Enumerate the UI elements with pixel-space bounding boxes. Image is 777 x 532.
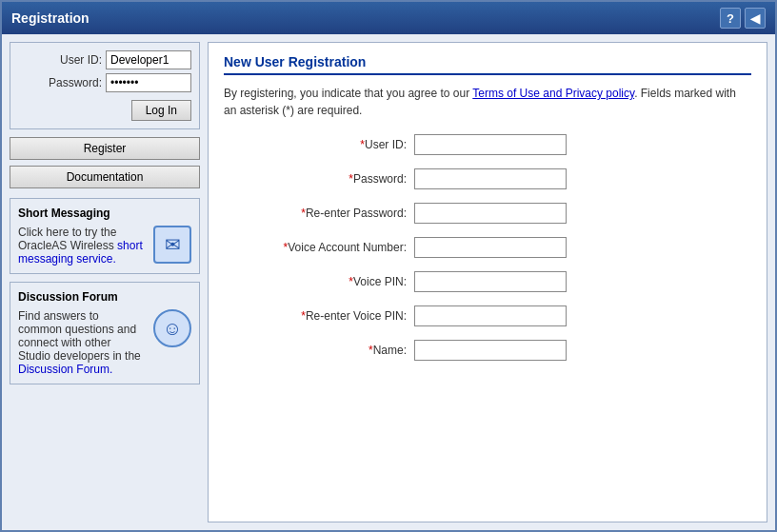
side-buttons: Register Documentation	[10, 137, 200, 190]
userid-field-label: *User ID:	[224, 138, 414, 151]
reg-desc-before: By registering, you indicate that you ag…	[224, 87, 472, 100]
reenter-password-field-row: *Re-enter Password:	[224, 203, 751, 224]
reg-password-input[interactable]	[414, 168, 567, 189]
reg-name-input[interactable]	[414, 340, 567, 361]
voice-account-field-row: *Voice Account Number:	[224, 237, 751, 258]
discussion-forum-title: Discussion Forum	[18, 290, 191, 304]
userid-field-row: *User ID:	[224, 134, 751, 155]
login-btn-row: Log In	[18, 100, 191, 121]
short-messaging-content: Click here to try the OracleAS Wireless …	[18, 226, 191, 266]
reg-repassword-input[interactable]	[414, 203, 567, 224]
name-field-label: *Name:	[224, 344, 414, 357]
forum-icon-symbol: ☺	[163, 318, 182, 340]
password-field-label: *Password:	[224, 172, 414, 186]
discussion-forum-text: Find answers to common questions and con…	[18, 309, 146, 376]
voice-pin-field-row: *Voice PIN:	[224, 271, 751, 292]
terms-link[interactable]: Terms of Use and Privacy policy	[472, 87, 634, 100]
login-box: User ID: Password: Log In	[10, 42, 200, 129]
userid-input[interactable]	[106, 50, 191, 69]
reenter-voice-pin-field-label: *Re-enter Voice PIN:	[224, 309, 414, 323]
help-icon[interactable]: ?	[720, 8, 741, 29]
discussion-forum-content: Find answers to common questions and con…	[18, 309, 191, 376]
registration-description: By registering, you indicate that you ag…	[224, 85, 751, 119]
password-input[interactable]	[106, 73, 191, 92]
registration-title: New User Registration	[224, 54, 751, 75]
discussion-forum-link[interactable]: Discussion Forum.	[18, 363, 112, 376]
documentation-button[interactable]: Documentation	[10, 166, 200, 188]
short-messaging-before: Click here to try the OracleAS Wireless	[18, 226, 117, 252]
discussion-forum-box: Discussion Forum Find answers to common …	[10, 282, 200, 384]
reg-voice-pin-input[interactable]	[414, 271, 567, 292]
reg-userid-input[interactable]	[414, 134, 567, 155]
content-area: User ID: Password: Log In Register Docum…	[2, 34, 775, 530]
title-bar: Registration ? ◀	[2, 2, 775, 34]
short-messaging-text: Click here to try the OracleAS Wireless …	[18, 226, 146, 266]
wireless-icon[interactable]: ✉	[153, 226, 191, 264]
main-window: Registration ? ◀ User ID: Password: Log …	[0, 0, 777, 532]
voice-account-field-label: *Voice Account Number:	[224, 241, 414, 254]
register-button[interactable]: Register	[10, 137, 200, 160]
title-bar-icons: ? ◀	[720, 8, 766, 29]
right-panel: New User Registration By registering, yo…	[208, 42, 767, 522]
userid-label: User ID:	[60, 53, 102, 67]
wireless-icon-symbol: ✉	[165, 233, 181, 256]
password-row: Password:	[18, 73, 191, 92]
forum-icon[interactable]: ☺	[153, 309, 191, 347]
short-messaging-title: Short Messaging	[18, 207, 191, 220]
password-field-row: *Password:	[224, 168, 751, 189]
voice-pin-field-label: *Voice PIN:	[224, 275, 414, 288]
reg-voice-account-input[interactable]	[414, 237, 567, 258]
reenter-voice-pin-field-row: *Re-enter Voice PIN:	[224, 305, 751, 326]
close-icon[interactable]: ◀	[745, 8, 766, 29]
userid-row: User ID:	[18, 50, 191, 69]
reenter-password-field-label: *Re-enter Password:	[224, 207, 414, 220]
left-panel: User ID: Password: Log In Register Docum…	[10, 42, 200, 522]
name-field-row: *Name:	[224, 340, 751, 361]
password-label: Password:	[49, 76, 102, 89]
reg-revoice-pin-input[interactable]	[414, 305, 567, 326]
discussion-forum-before: Find answers to common questions and con…	[18, 309, 141, 363]
window-title: Registration	[11, 10, 90, 26]
login-button[interactable]: Log In	[131, 100, 191, 121]
short-messaging-box: Short Messaging Click here to try the Or…	[10, 198, 200, 274]
